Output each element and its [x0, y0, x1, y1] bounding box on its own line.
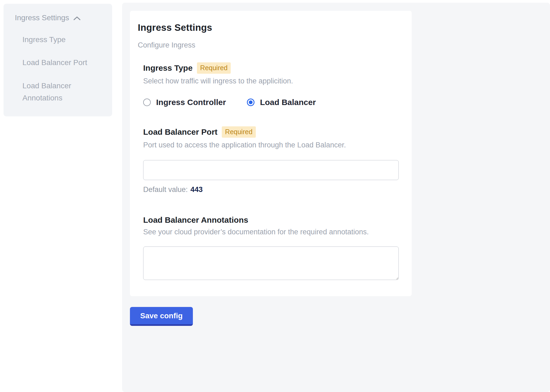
- sidebar-header-ingress-settings[interactable]: Ingress Settings: [15, 13, 105, 22]
- section-title-load-balancer-port: Load Balancer Port: [143, 127, 217, 137]
- radio-label-load-balancer: Load Balancer: [260, 98, 316, 107]
- radio-label-ingress-controller: Ingress Controller: [156, 98, 226, 107]
- section-description-load-balancer-annotations: See your cloud provider’s documentation …: [143, 228, 399, 236]
- radio-icon: [247, 99, 254, 106]
- page: Ingress Settings Ingress Type Load Balan…: [0, 0, 550, 392]
- sidebar-nav-list: Ingress Type Load Balancer Port Load Bal…: [15, 33, 105, 104]
- required-badge: Required: [222, 126, 256, 138]
- default-value-label: Default value:: [143, 185, 188, 194]
- required-badge: Required: [197, 62, 231, 74]
- ingress-settings-card: Ingress Settings Configure Ingress Ingre…: [130, 11, 412, 296]
- radio-icon: [143, 99, 151, 106]
- section-load-balancer-port: Load Balancer Port Required Port used to…: [143, 126, 399, 194]
- radio-option-load-balancer[interactable]: Load Balancer: [247, 98, 316, 107]
- sidebar-header-label: Ingress Settings: [15, 13, 69, 22]
- load-balancer-annotations-textarea[interactable]: [143, 246, 399, 280]
- sidebar-item-load-balancer-port[interactable]: Load Balancer Port: [22, 56, 98, 69]
- section-description-load-balancer-port: Port used to access the application thro…: [143, 141, 399, 149]
- radio-option-ingress-controller[interactable]: Ingress Controller: [143, 98, 226, 107]
- sidebar-item-ingress-type[interactable]: Ingress Type: [22, 33, 98, 46]
- page-title: Ingress Settings: [138, 22, 399, 33]
- sidebar-item-load-balancer-annotations[interactable]: Load Balancer Annotations: [22, 80, 98, 104]
- default-value-line: Default value:443: [143, 185, 399, 194]
- section-ingress-type: Ingress Type Required Select how traffic…: [143, 62, 399, 107]
- section-description-ingress-type: Select how traffic will ingress to the a…: [143, 77, 399, 85]
- page-subtitle: Configure Ingress: [138, 41, 399, 49]
- chevron-up-icon: [73, 16, 81, 21]
- settings-sidebar: Ingress Settings Ingress Type Load Balan…: [4, 4, 112, 116]
- load-balancer-port-input[interactable]: [143, 160, 399, 180]
- default-value: 443: [190, 185, 203, 194]
- save-config-button[interactable]: Save config: [130, 307, 193, 326]
- section-title-load-balancer-annotations: Load Balancer Annotations: [143, 215, 248, 225]
- main-panel: Ingress Settings Configure Ingress Ingre…: [122, 3, 550, 392]
- ingress-type-radio-group: Ingress Controller Load Balancer: [143, 98, 399, 107]
- section-title-ingress-type: Ingress Type: [143, 63, 193, 73]
- section-load-balancer-annotations: Load Balancer Annotations See your cloud…: [143, 215, 399, 280]
